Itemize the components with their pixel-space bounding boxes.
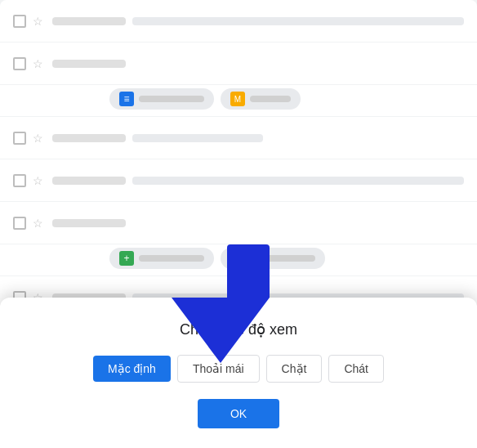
btn-default[interactable]: Mặc định (93, 356, 171, 382)
star-icon[interactable]: ☆ (33, 132, 46, 145)
sheets-icon: + (119, 251, 134, 266)
subject-placeholder (132, 17, 464, 25)
gmail-icon: M (230, 92, 245, 106)
email-row: ☆ (0, 0, 477, 43)
modal-title: Chọn chế độ xem (180, 320, 297, 338)
btn-compact[interactable]: Chặt (266, 355, 323, 383)
star-icon[interactable]: ☆ (33, 174, 46, 187)
email-row: ☆ (0, 117, 477, 159)
sender-placeholder (52, 177, 126, 185)
checkbox[interactable] (13, 57, 26, 70)
sender-placeholder (52, 60, 126, 68)
chip-label (139, 255, 204, 262)
sender-placeholder (52, 219, 126, 227)
sender-placeholder (52, 17, 126, 25)
star-icon[interactable]: ☆ (33, 15, 46, 28)
email-row: ☆ (0, 159, 477, 202)
checkbox[interactable] (13, 217, 26, 230)
modal-buttons: Mặc định Thoải mái Chặt Chát (93, 355, 384, 383)
star-icon[interactable]: ☆ (33, 217, 46, 230)
modal-overlay: Chọn chế độ xem Mặc định Thoải mái Chặt … (0, 268, 477, 448)
email-row: ☆ (0, 43, 477, 85)
chip-label (139, 96, 204, 102)
chip-label (250, 255, 315, 262)
chip-label (250, 96, 291, 102)
btn-ok[interactable]: OK (198, 399, 279, 428)
docs-icon: ≡ (119, 92, 134, 106)
chip-photos[interactable]: ▦ (221, 248, 325, 269)
checkbox[interactable] (13, 132, 26, 145)
subject-placeholder (132, 177, 464, 185)
photos-icon: ▦ (230, 251, 245, 266)
btn-comfortable[interactable]: Thoải mái (177, 355, 260, 383)
chip-docs[interactable]: ≡ (109, 88, 214, 110)
email-row: ☆ (0, 202, 477, 244)
chip-sheets[interactable]: + (109, 248, 214, 269)
star-icon[interactable]: ☆ (33, 57, 46, 70)
checkbox[interactable] (13, 174, 26, 187)
chip-gmail[interactable]: M (221, 88, 301, 110)
checkbox[interactable] (13, 15, 26, 28)
subject-placeholder (132, 134, 263, 142)
btn-chat[interactable]: Chát (328, 355, 384, 383)
chip-row: ≡ M (0, 85, 477, 117)
modal-box: Chọn chế độ xem Mặc định Thoải mái Chặt … (0, 298, 477, 448)
sender-placeholder (52, 134, 126, 142)
